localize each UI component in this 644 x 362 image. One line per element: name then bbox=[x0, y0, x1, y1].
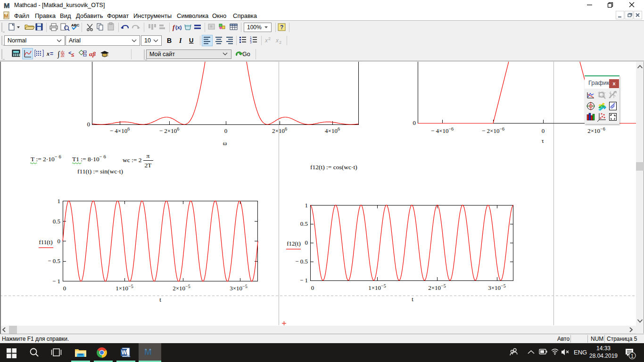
svg-text:x: x bbox=[46, 50, 50, 57]
svg-text:f11(t): f11(t) bbox=[39, 239, 52, 246]
svg-text:0.5: 0.5 bbox=[300, 220, 308, 227]
svg-text:2T: 2T bbox=[145, 162, 152, 169]
svg-text:Мой сайт: Мой сайт bbox=[149, 51, 175, 58]
svg-text:I: I bbox=[179, 37, 182, 44]
svg-text:− 2×10−6: − 2×10−6 bbox=[482, 126, 504, 134]
svg-text:− 1: − 1 bbox=[300, 277, 308, 284]
svg-text:B: B bbox=[167, 37, 172, 44]
svg-text:0: 0 bbox=[58, 238, 61, 245]
svg-text:W: W bbox=[122, 349, 127, 356]
svg-text:τ: τ bbox=[541, 137, 544, 144]
svg-text:2: 2 bbox=[279, 40, 281, 45]
svg-text:28.04.2019: 28.04.2019 bbox=[589, 353, 618, 359]
svg-text:t: t bbox=[412, 296, 413, 303]
svg-text:ABC: ABC bbox=[71, 23, 80, 27]
svg-text:3×10−5: 3×10−5 bbox=[488, 283, 505, 291]
svg-text:− 4×106: − 4×106 bbox=[110, 126, 130, 134]
svg-text:2×106: 2×106 bbox=[272, 126, 287, 134]
svg-text:1×10−5: 1×10−5 bbox=[368, 283, 386, 291]
svg-text:2×10−5: 2×10−5 bbox=[173, 284, 190, 292]
svg-text:Arial: Arial bbox=[69, 37, 81, 44]
svg-text:14:33: 14:33 bbox=[596, 345, 611, 352]
svg-text:0: 0 bbox=[542, 127, 545, 134]
svg-text:1: 1 bbox=[305, 202, 308, 209]
svg-text:?: ? bbox=[280, 24, 283, 31]
svg-text:2×10−6: 2×10−6 bbox=[587, 126, 605, 134]
svg-text:T1 := 8·10− 6: T1 := 8·10− 6 bbox=[72, 154, 106, 163]
svg-text:f11(t) := sin(wc·t): f11(t) := sin(wc·t) bbox=[77, 168, 123, 175]
svg-text:dx: dx bbox=[61, 54, 65, 58]
svg-text:− 4×10−6: − 4×10−6 bbox=[431, 126, 454, 134]
svg-text:2: 2 bbox=[268, 36, 271, 41]
svg-text:0: 0 bbox=[87, 121, 91, 128]
svg-text:0: 0 bbox=[413, 119, 416, 126]
svg-text:t: t bbox=[159, 296, 161, 303]
svg-text:− 0.5: − 0.5 bbox=[295, 258, 308, 265]
svg-text:≤: ≤ bbox=[71, 52, 74, 58]
svg-text:3×10−5: 3×10−5 bbox=[230, 284, 247, 292]
svg-text:4×106: 4×106 bbox=[325, 126, 340, 134]
svg-text:3: 3 bbox=[250, 41, 252, 44]
svg-text:T := 2·10− 6: T := 2·10− 6 bbox=[31, 154, 61, 163]
svg-text:x: x bbox=[264, 37, 268, 44]
svg-text:Go: Go bbox=[242, 51, 250, 58]
svg-text:− 2×106: − 2×106 bbox=[159, 126, 179, 134]
svg-text:− 1: − 1 bbox=[52, 278, 60, 285]
svg-text:(x): (x) bbox=[175, 25, 182, 30]
svg-text:M: M bbox=[4, 1, 10, 9]
svg-text:− 0.5: − 0.5 bbox=[48, 257, 60, 264]
svg-text:1: 1 bbox=[631, 353, 634, 359]
svg-text:f12(t): f12(t) bbox=[287, 240, 301, 247]
svg-text:0: 0 bbox=[305, 239, 308, 246]
svg-text:wc := 2: wc := 2 bbox=[123, 156, 142, 164]
svg-text:2×10−5: 2×10−5 bbox=[428, 283, 446, 291]
svg-text:Normal: Normal bbox=[8, 37, 26, 44]
svg-text:ω: ω bbox=[223, 140, 227, 147]
svg-text:=: = bbox=[50, 50, 53, 57]
svg-text:M: M bbox=[144, 347, 152, 357]
svg-text:π: π bbox=[147, 152, 150, 159]
svg-text:x: x bbox=[275, 37, 279, 44]
svg-text:0: 0 bbox=[224, 127, 228, 134]
svg-text:100%: 100% bbox=[247, 24, 262, 31]
svg-text:0.5: 0.5 bbox=[53, 218, 60, 225]
svg-text:0: 0 bbox=[63, 285, 66, 292]
svg-text:0: 0 bbox=[311, 284, 314, 291]
svg-text:U: U bbox=[189, 37, 193, 44]
svg-text:αβ: αβ bbox=[89, 50, 96, 58]
svg-text:f12(t) := cos(wc·t): f12(t) := cos(wc·t) bbox=[310, 164, 357, 171]
svg-text:1×10−5: 1×10−5 bbox=[116, 284, 133, 292]
svg-text:10: 10 bbox=[144, 37, 151, 44]
svg-text:M: M bbox=[4, 13, 8, 19]
svg-text:∫: ∫ bbox=[57, 50, 60, 59]
svg-text:ENG: ENG bbox=[574, 349, 587, 356]
svg-text:1: 1 bbox=[58, 197, 61, 205]
